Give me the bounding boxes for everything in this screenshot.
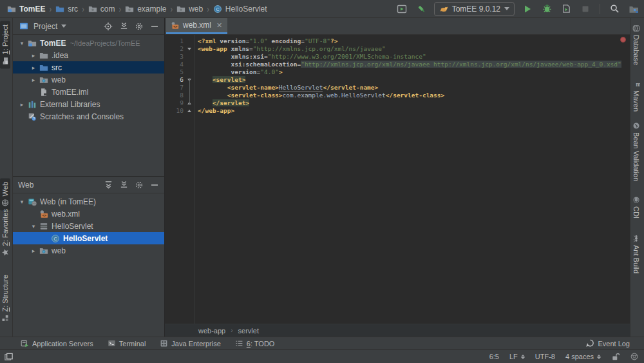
- project-panel-header: Project: [13, 18, 164, 35]
- expand-all-icon[interactable]: [102, 179, 114, 191]
- run-configuration-select[interactable]: TomEE 9.0.12: [434, 2, 515, 16]
- tool-tab-label: Maven: [632, 90, 640, 112]
- web-node-web[interactable]: ▸web: [13, 244, 164, 257]
- fold-range-line: [189, 78, 190, 105]
- breadcrumb-item-helloservlet[interactable]: CHelloServlet: [211, 3, 269, 15]
- build-hammer-icon[interactable]: [415, 3, 428, 15]
- file-iml-icon: [39, 88, 49, 97]
- event-log-button[interactable]: Event Log: [586, 339, 630, 348]
- expand-arrow-icon[interactable]: ▸: [28, 52, 39, 59]
- collapse-all-icon[interactable]: [118, 21, 129, 32]
- web-node-helloservlet[interactable]: ▾HelloServlet: [13, 220, 164, 232]
- tool-tab-z-structure[interactable]: Z: Structure: [0, 271, 10, 326]
- xml-breadcrumb-web-app[interactable]: web-app: [198, 327, 225, 335]
- class-icon: C: [50, 234, 61, 243]
- code-line-7: <servlet-name>HelloServlet</servlet-name…: [198, 84, 630, 92]
- hide-panel-icon[interactable]: [149, 21, 160, 32]
- node-label: Scratches and Consoles: [40, 112, 124, 121]
- breadcrumb-item-src[interactable]: src: [53, 3, 80, 15]
- breadcrumb-item-com[interactable]: com: [86, 3, 117, 15]
- bean-icon: [632, 122, 640, 130]
- collapse-arrow-icon[interactable]: ▾: [28, 223, 39, 230]
- folder-pkg-icon: [88, 5, 97, 14]
- project-tool-window: Project ▾TomEE~/IdeaP: [13, 18, 164, 177]
- toolwindow-button-java-enterprise[interactable]: Java Enterprise: [160, 339, 220, 348]
- tool-tab-ant-build[interactable]: Ant Build: [631, 231, 641, 277]
- project-node-scratches-and-consoles[interactable]: ?Scratches and Consoles: [13, 110, 164, 123]
- node-label: TomEE: [40, 39, 66, 48]
- toolwindow-button-label: Application Servers: [32, 340, 93, 348]
- run-button[interactable]: [521, 3, 534, 15]
- code-editor[interactable]: 12345678910 <?xml version="1.0" encoding…: [165, 35, 630, 324]
- code-line-6: <servlet>: [198, 76, 630, 84]
- inspection-profile-icon[interactable]: [630, 352, 639, 361]
- collapse-all-icon[interactable]: [118, 179, 129, 191]
- tool-tab-cdi[interactable]: CDI: [631, 192, 641, 222]
- tool-tab-bean-validation[interactable]: Bean Validation: [631, 118, 641, 185]
- project-node-external-libraries[interactable]: ▸External Libraries: [13, 98, 164, 110]
- toolwindow-button-application-servers[interactable]: Application Servers: [21, 339, 93, 348]
- line-ending-select[interactable]: LF: [509, 353, 525, 360]
- tool-tab-label: CDI: [632, 206, 640, 219]
- fold-region-end-icon[interactable]: [187, 107, 192, 115]
- close-tab-icon[interactable]: ✕: [216, 21, 222, 30]
- tool-window-switcher-icon[interactable]: [3, 351, 14, 362]
- fold-region-start-icon[interactable]: [187, 45, 192, 53]
- project-node-src[interactable]: ▸src: [13, 61, 164, 74]
- breadcrumb-item-tomee[interactable]: TomEE: [5, 3, 47, 15]
- web-node-web-in-tomee-[interactable]: ▾Web (in TomEE): [13, 195, 164, 208]
- indent-select[interactable]: 4 spaces: [565, 353, 601, 360]
- line-number: 4: [165, 61, 194, 68]
- hide-panel-icon[interactable]: [149, 179, 160, 191]
- gear-icon[interactable]: [133, 179, 145, 191]
- search-everywhere-icon[interactable]: [608, 3, 621, 15]
- tool-tab-1-project[interactable]: 1: Project: [0, 21, 10, 68]
- project-node--idea[interactable]: ▸.idea: [13, 49, 164, 61]
- svg-text:?: ?: [33, 117, 35, 121]
- expand-arrow-icon[interactable]: ▸: [28, 248, 39, 254]
- editor-content[interactable]: <?xml version="1.0" encoding="UTF-8"?><w…: [194, 35, 630, 324]
- web-node-helloservlet[interactable]: CHelloServlet: [13, 232, 164, 244]
- expand-arrow-icon[interactable]: ▸: [28, 64, 39, 71]
- tool-tab-2-favorites[interactable]: 2: Favorites: [0, 205, 10, 260]
- todo-icon: [235, 339, 243, 348]
- breadcrumb-separator: ›: [206, 4, 210, 14]
- tool-tab-database[interactable]: Database: [631, 21, 641, 69]
- run-dashboard-icon[interactable]: [395, 3, 408, 15]
- chevron-down-icon[interactable]: [61, 25, 66, 28]
- project-node-tomee-iml[interactable]: TomEE.iml: [13, 86, 164, 98]
- collapse-arrow-icon[interactable]: ▾: [17, 199, 27, 205]
- tool-tab-maven[interactable]: mMaven: [631, 76, 641, 115]
- web-node-web-xml[interactable]: <>web.xml: [13, 208, 164, 220]
- toolbar-separator: [600, 4, 600, 14]
- tool-tab-label: Ant Build: [632, 245, 640, 273]
- tab-web-xml[interactable]: <> web.xml ✕: [166, 18, 227, 34]
- error-indicator[interactable]: [620, 37, 626, 43]
- navigation-breadcrumb: TomEE›src›com›example›web›CHelloServlet: [5, 3, 269, 15]
- status-bar: 6:5 LF UTF-8 4 spaces: [0, 349, 644, 363]
- svg-text:<>: <>: [173, 25, 177, 28]
- debug-button[interactable]: [540, 3, 553, 15]
- project-node-web[interactable]: ▸web: [13, 74, 164, 86]
- expand-arrow-icon[interactable]: ▸: [17, 101, 27, 108]
- lock-icon[interactable]: [611, 353, 620, 361]
- gear-icon[interactable]: [133, 21, 145, 32]
- tool-tab-label: Bean Validation: [632, 132, 640, 181]
- file-encoding-select[interactable]: UTF-8: [535, 353, 555, 360]
- collapse-arrow-icon[interactable]: ▾: [17, 40, 27, 46]
- coverage-button[interactable]: [560, 3, 573, 15]
- project-panel-title[interactable]: Project: [33, 22, 57, 31]
- folder-plain-icon: [39, 51, 49, 60]
- breadcrumb-item-example[interactable]: example: [123, 3, 168, 15]
- tomee-config-icon: [439, 5, 448, 13]
- toolwindow-button-terminal[interactable]: Terminal: [108, 339, 146, 348]
- toolwindow-button-6-todo[interactable]: 6: TODO: [235, 339, 275, 348]
- expand-arrow-icon[interactable]: ▸: [28, 77, 39, 83]
- locate-file-icon[interactable]: [102, 21, 114, 32]
- editor-breadcrumbs: web-app›servlet: [165, 324, 630, 337]
- project-structure-icon[interactable]: [627, 3, 640, 15]
- xml-breadcrumb-servlet[interactable]: servlet: [238, 327, 259, 335]
- breadcrumb-item-web[interactable]: web: [175, 3, 205, 15]
- caret-position[interactable]: 6:5: [489, 353, 499, 360]
- project-node-tomee[interactable]: ▾TomEE~/IdeaProjects/TomEE: [13, 37, 164, 49]
